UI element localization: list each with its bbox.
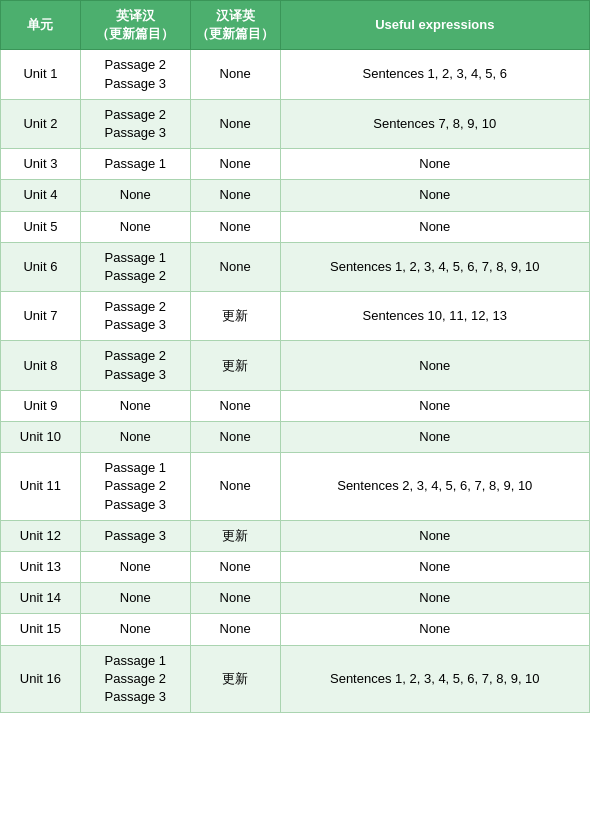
ey-cell: Passage 2Passage 3 — [80, 292, 190, 341]
ey-cell: None — [80, 211, 190, 242]
main-table: 单元 英译汉（更新篇目） 汉译英（更新篇目） Useful expression… — [0, 0, 590, 713]
unit-cell: Unit 15 — [1, 614, 81, 645]
hy-cell: 更新 — [190, 645, 280, 713]
col-hy-header: 汉译英（更新篇目） — [190, 1, 280, 50]
ue-cell: None — [280, 520, 589, 551]
table-row: Unit 11Passage 1Passage 2Passage 3NoneSe… — [1, 453, 590, 521]
ey-cell: Passage 3 — [80, 520, 190, 551]
ue-cell: None — [280, 422, 589, 453]
col-unit-header: 单元 — [1, 1, 81, 50]
hy-cell: None — [190, 211, 280, 242]
table-row: Unit 14NoneNoneNone — [1, 583, 590, 614]
table-row: Unit 13NoneNoneNone — [1, 551, 590, 582]
hy-cell: None — [190, 551, 280, 582]
unit-cell: Unit 12 — [1, 520, 81, 551]
ue-cell: None — [280, 551, 589, 582]
hy-cell: None — [190, 583, 280, 614]
ue-cell: Sentences 1, 2, 3, 4, 5, 6 — [280, 50, 589, 99]
ey-cell: Passage 1Passage 2Passage 3 — [80, 645, 190, 713]
ey-cell: Passage 1 — [80, 149, 190, 180]
ey-cell: Passage 2Passage 3 — [80, 341, 190, 390]
ey-cell: None — [80, 180, 190, 211]
hy-cell: None — [190, 180, 280, 211]
hy-cell: None — [190, 614, 280, 645]
table-row: Unit 7Passage 2Passage 3更新Sentences 10, … — [1, 292, 590, 341]
col-ue-header: Useful expressions — [280, 1, 589, 50]
hy-cell: None — [190, 149, 280, 180]
hy-cell: None — [190, 422, 280, 453]
table-row: Unit 5NoneNoneNone — [1, 211, 590, 242]
unit-cell: Unit 9 — [1, 390, 81, 421]
hy-cell: 更新 — [190, 292, 280, 341]
ey-cell: Passage 1Passage 2 — [80, 242, 190, 291]
ue-cell: None — [280, 149, 589, 180]
unit-cell: Unit 10 — [1, 422, 81, 453]
hy-cell: None — [190, 99, 280, 148]
table-row: Unit 12Passage 3更新None — [1, 520, 590, 551]
unit-cell: Unit 2 — [1, 99, 81, 148]
unit-cell: Unit 1 — [1, 50, 81, 99]
col-ey-header: 英译汉（更新篇目） — [80, 1, 190, 50]
table-row: Unit 3Passage 1NoneNone — [1, 149, 590, 180]
ue-cell: Sentences 7, 8, 9, 10 — [280, 99, 589, 148]
unit-cell: Unit 16 — [1, 645, 81, 713]
ue-cell: Sentences 2, 3, 4, 5, 6, 7, 8, 9, 10 — [280, 453, 589, 521]
table-row: Unit 16Passage 1Passage 2Passage 3更新Sent… — [1, 645, 590, 713]
ue-cell: None — [280, 583, 589, 614]
hy-cell: None — [190, 242, 280, 291]
ey-cell: None — [80, 614, 190, 645]
unit-cell: Unit 14 — [1, 583, 81, 614]
hy-cell: None — [190, 390, 280, 421]
unit-cell: Unit 5 — [1, 211, 81, 242]
unit-cell: Unit 11 — [1, 453, 81, 521]
ue-cell: None — [280, 390, 589, 421]
ue-cell: None — [280, 180, 589, 211]
ey-cell: None — [80, 422, 190, 453]
ey-cell: None — [80, 390, 190, 421]
hy-cell: None — [190, 453, 280, 521]
ey-cell: None — [80, 583, 190, 614]
table-row: Unit 8Passage 2Passage 3更新None — [1, 341, 590, 390]
unit-cell: Unit 4 — [1, 180, 81, 211]
ey-cell: None — [80, 551, 190, 582]
unit-cell: Unit 13 — [1, 551, 81, 582]
unit-cell: Unit 8 — [1, 341, 81, 390]
ue-cell: Sentences 1, 2, 3, 4, 5, 6, 7, 8, 9, 10 — [280, 645, 589, 713]
ey-cell: Passage 1Passage 2Passage 3 — [80, 453, 190, 521]
table-row: Unit 4NoneNoneNone — [1, 180, 590, 211]
ue-cell: None — [280, 211, 589, 242]
table-row: Unit 1Passage 2Passage 3NoneSentences 1,… — [1, 50, 590, 99]
unit-cell: Unit 6 — [1, 242, 81, 291]
unit-cell: Unit 7 — [1, 292, 81, 341]
hy-cell: None — [190, 50, 280, 99]
table-row: Unit 15NoneNoneNone — [1, 614, 590, 645]
unit-cell: Unit 3 — [1, 149, 81, 180]
table-row: Unit 6Passage 1Passage 2NoneSentences 1,… — [1, 242, 590, 291]
table-row: Unit 10NoneNoneNone — [1, 422, 590, 453]
ue-cell: Sentences 10, 11, 12, 13 — [280, 292, 589, 341]
ey-cell: Passage 2Passage 3 — [80, 50, 190, 99]
header-row: 单元 英译汉（更新篇目） 汉译英（更新篇目） Useful expression… — [1, 1, 590, 50]
ue-cell: None — [280, 614, 589, 645]
hy-cell: 更新 — [190, 341, 280, 390]
ue-cell: Sentences 1, 2, 3, 4, 5, 6, 7, 8, 9, 10 — [280, 242, 589, 291]
table-row: Unit 2Passage 2Passage 3NoneSentences 7,… — [1, 99, 590, 148]
ue-cell: None — [280, 341, 589, 390]
table-row: Unit 9NoneNoneNone — [1, 390, 590, 421]
ey-cell: Passage 2Passage 3 — [80, 99, 190, 148]
hy-cell: 更新 — [190, 520, 280, 551]
